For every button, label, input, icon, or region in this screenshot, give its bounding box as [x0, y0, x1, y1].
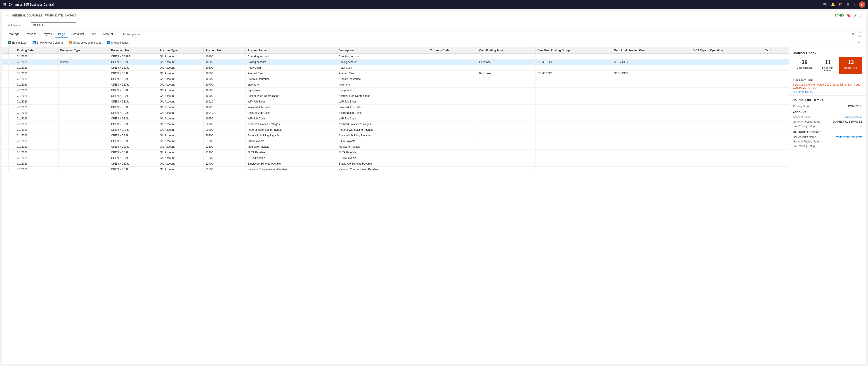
back-button[interactable]: ←: [6, 13, 9, 18]
help-icon[interactable]: ?: [853, 3, 855, 6]
show-fewer-columns-button[interactable]: ▤ Show Fewer Columns: [30, 40, 66, 45]
tab-line[interactable]: Line: [87, 31, 99, 38]
table-cell[interactable]: [691, 88, 763, 93]
filter-button[interactable]: ▽: [850, 31, 856, 37]
table-cell[interactable]: Petty Cash: [337, 65, 428, 71]
table-cell[interactable]: Vacation Compensation Payable: [246, 167, 337, 172]
table-cell[interactable]: OPENINGBAL: [109, 71, 158, 76]
table-cell[interactable]: [612, 138, 691, 144]
table-cell[interactable]: 10500: [204, 71, 246, 76]
table-cell[interactable]: Federal Withholding Payable: [337, 127, 428, 133]
table-cell[interactable]: [58, 167, 109, 172]
table-cell[interactable]: G/L Account: [158, 150, 204, 155]
table-cell[interactable]: 7/1/2020: [15, 71, 59, 76]
table-cell[interactable]: 7/1/2020: [15, 127, 59, 133]
table-cell[interactable]: [612, 127, 691, 133]
table-cell[interactable]: [58, 82, 109, 88]
table-cell[interactable]: G/L Account: [158, 133, 204, 138]
col-acct-no[interactable]: Account No.: [204, 47, 246, 54]
table-cell[interactable]: [58, 138, 109, 144]
table-cell[interactable]: [612, 144, 691, 150]
table-cell[interactable]: OPENINGBAL: [109, 144, 158, 150]
table-row[interactable]: 7/1/2020OPENINGBALG/L Account10700Invent…: [2, 82, 789, 88]
table-cell[interactable]: [535, 82, 612, 88]
table-cell[interactable]: [763, 99, 789, 104]
table-row[interactable]: 7/1/2020OPENINGBALG/L Account10910WIP Jo…: [2, 99, 789, 104]
tab-manage[interactable]: Manage: [6, 31, 23, 38]
show-all-lines-button[interactable]: ✓ Show All Lines: [104, 40, 131, 45]
table-cell[interactable]: FICA Payable: [246, 138, 337, 144]
table-cell[interactable]: G/L Account: [158, 116, 204, 122]
table-cell[interactable]: Inventory: [337, 82, 428, 88]
table-cell[interactable]: G/L Account: [158, 122, 204, 127]
table-cell[interactable]: DOMESTIC: [535, 59, 612, 65]
table-cell[interactable]: [612, 65, 691, 71]
row-context-menu[interactable]: [8, 133, 15, 138]
table-cell[interactable]: [691, 104, 763, 110]
table-cell[interactable]: 7/1/2020: [15, 161, 59, 167]
table-cell[interactable]: [428, 104, 477, 110]
table-cell[interactable]: [763, 65, 789, 71]
table-row[interactable]: 7/1/2020OPENINGBALG/L Account10600Prepai…: [2, 76, 789, 82]
table-cell[interactable]: G/L Account: [158, 104, 204, 110]
table-cell[interactable]: [612, 82, 691, 88]
table-cell[interactable]: G/L Account: [158, 65, 204, 71]
row-context-menu[interactable]: [8, 150, 15, 155]
table-cell[interactable]: 20800: [204, 127, 246, 133]
col-doc-type[interactable]: Document Type: [58, 47, 109, 54]
table-cell[interactable]: G/L Account: [158, 82, 204, 88]
table-cell[interactable]: 20700: [204, 122, 246, 127]
table-cell[interactable]: [691, 144, 763, 150]
table-cell[interactable]: [58, 127, 109, 133]
table-cell[interactable]: [691, 93, 763, 99]
table-cell[interactable]: [428, 99, 477, 104]
table-cell[interactable]: [58, 76, 109, 82]
table-cell[interactable]: WIP Job Costs: [337, 116, 428, 122]
table-cell[interactable]: OPENINGBAL: [109, 127, 158, 133]
table-row[interactable]: 7/1/2020OPENINGBALG/L Account21200FUTA P…: [2, 150, 789, 155]
col-gen-posting-type[interactable]: Gen. Posting Type: [477, 47, 535, 54]
table-cell[interactable]: G/L Account: [158, 99, 204, 104]
table-cell[interactable]: [612, 93, 691, 99]
row-context-menu[interactable]: [8, 116, 15, 122]
table-cell[interactable]: OPENINGBAL: [109, 138, 158, 144]
row-context-menu[interactable]: [8, 104, 15, 110]
table-cell[interactable]: [428, 110, 477, 116]
table-cell[interactable]: [691, 161, 763, 167]
table-cell[interactable]: [58, 65, 109, 71]
table-cell[interactable]: OPENINGBAL2: [109, 59, 158, 65]
table-cell[interactable]: 10300: [204, 65, 246, 71]
table-cell[interactable]: [535, 65, 612, 71]
table-cell[interactable]: [58, 122, 109, 127]
table-cell[interactable]: [763, 82, 789, 88]
table-row[interactable]: 7/1/2020OPENINGBALG/L Account10940Accrue…: [2, 110, 789, 116]
table-cell[interactable]: [763, 138, 789, 144]
table-row[interactable]: 7/1/2020OPENINGBALG/L Account21100Medica…: [2, 144, 789, 150]
table-cell[interactable]: 7/1/2020: [15, 88, 59, 93]
settings-icon[interactable]: ⚙: [847, 2, 850, 6]
row-context-menu[interactable]: [8, 122, 15, 127]
tab-postprint[interactable]: Post/Print: [68, 31, 87, 38]
table-cell[interactable]: [477, 54, 535, 59]
table-cell[interactable]: OPENINGBAL: [109, 133, 158, 138]
table-cell[interactable]: [535, 122, 612, 127]
col-ta-li[interactable]: Ta Li...: [763, 47, 789, 54]
table-cell[interactable]: [691, 110, 763, 116]
table-cell[interactable]: Federal Withholding Payable: [246, 127, 337, 133]
table-cell[interactable]: [477, 133, 535, 138]
table-cell[interactable]: OPENINGBAL: [109, 99, 158, 104]
table-row[interactable]: 7/1/2020OPENINGBALG/L Account10920Invoic…: [2, 104, 789, 110]
table-cell[interactable]: OPENINGBAL: [109, 150, 158, 155]
table-cell[interactable]: [691, 82, 763, 88]
row-context-menu[interactable]: [8, 76, 15, 82]
table-cell[interactable]: [691, 59, 763, 65]
table-cell[interactable]: [535, 144, 612, 150]
table-cell[interactable]: Petty Cash: [246, 65, 337, 71]
table-cell[interactable]: [691, 116, 763, 122]
row-context-menu[interactable]: [8, 155, 15, 161]
table-cell[interactable]: Accrued Job Costs: [246, 110, 337, 116]
table-cell[interactable]: Invoiced Job Sales: [246, 104, 337, 110]
table-row[interactable]: 7/1/2020OPENINGBALG/L Account10800Equipm…: [2, 88, 789, 93]
table-row[interactable]: 7/1/2020OPENINGBALG/L Account20700Accrue…: [2, 122, 789, 127]
table-cell[interactable]: 7/1/2020: [15, 150, 59, 155]
